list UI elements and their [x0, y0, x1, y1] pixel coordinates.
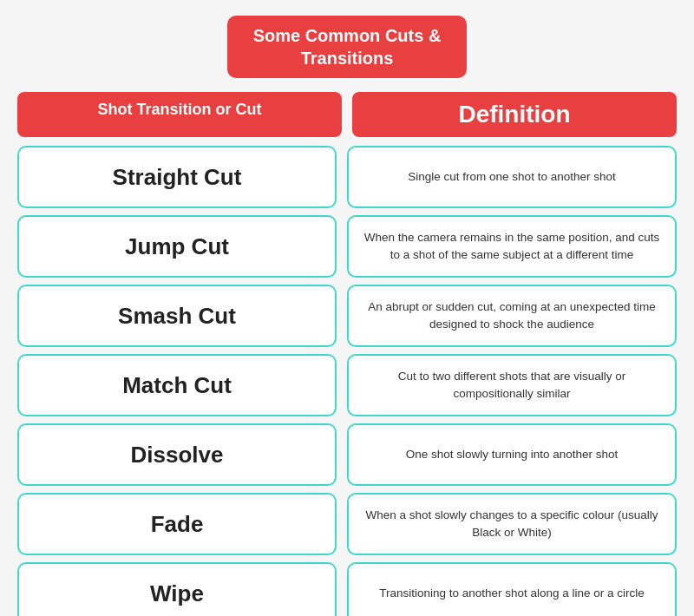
rows-container: Straight CutSingle cut from one shot to … — [17, 146, 677, 616]
page-title: Some Common Cuts & Transitions — [227, 16, 468, 78]
cell-cut-2: Smash Cut — [17, 285, 337, 347]
cell-cut-0: Straight Cut — [17, 146, 337, 208]
table-row: DissolveOne shot slowly turning into ano… — [17, 423, 677, 486]
cell-cut-5: Fade — [17, 493, 337, 555]
cell-definition-0: Single cut from one shot to another shot — [347, 146, 677, 208]
header-cut: Shot Transition or Cut — [17, 92, 342, 137]
cell-definition-1: When the camera remains in the same posi… — [347, 215, 677, 278]
table-row: FadeWhen a shot slowly changes to a spec… — [17, 493, 677, 555]
table-row: WipeTransitioning to another shot along … — [17, 562, 677, 616]
main-table: Shot Transition or Cut Definition Straig… — [17, 92, 677, 616]
cell-definition-5: When a shot slowly changes to a specific… — [347, 493, 677, 555]
table-row: Jump CutWhen the camera remains in the s… — [17, 215, 677, 278]
cell-definition-3: Cut to two different shots that are visu… — [347, 354, 677, 416]
cell-cut-1: Jump Cut — [17, 215, 337, 278]
table-row: Smash CutAn abrupt or sudden cut, coming… — [17, 285, 677, 347]
table-row: Straight CutSingle cut from one shot to … — [17, 146, 677, 208]
cell-definition-4: One shot slowly turning into another sho… — [347, 423, 677, 486]
cell-definition-2: An abrupt or sudden cut, coming at an un… — [347, 285, 677, 347]
cell-definition-6: Transitioning to another shot along a li… — [347, 562, 677, 616]
table-header: Shot Transition or Cut Definition — [17, 92, 677, 137]
table-row: Match CutCut to two different shots that… — [17, 354, 677, 416]
cell-cut-4: Dissolve — [17, 423, 337, 486]
cell-cut-6: Wipe — [17, 562, 337, 616]
cell-cut-3: Match Cut — [17, 354, 337, 416]
header-definition: Definition — [352, 92, 677, 137]
